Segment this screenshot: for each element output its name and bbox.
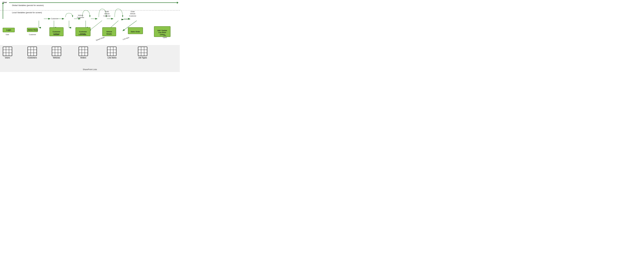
job-types-label: JobTypes xyxy=(162,34,167,39)
customer-curve-label: Customer xyxy=(51,18,58,20)
svg-rect-28 xyxy=(52,47,61,56)
orders-table-label: Orders xyxy=(78,57,88,59)
sales-order-screen[interactable]: Sales Order xyxy=(128,27,143,34)
user-horizontal-arrow xyxy=(9,3,178,3)
svg-rect-33 xyxy=(79,47,88,56)
local-vars-label: Local Variables (persist for screen) xyxy=(12,12,42,14)
customers-table-icon xyxy=(28,47,37,56)
vehicle-below-label: Vehicle xyxy=(53,34,58,35)
line-items-table-label: Line Items xyxy=(105,57,119,59)
job-types-table-label: Job Types xyxy=(136,57,149,59)
vehicles-table-icon xyxy=(52,47,61,56)
user-vertical-arrow xyxy=(3,3,3,19)
svg-rect-23 xyxy=(28,47,37,56)
sharepoint-label: SharePoint Lists xyxy=(83,68,97,71)
login-screen[interactable]: Login xyxy=(3,28,15,32)
order-vehicle-customer-2-label: OrderVehicleCustomer xyxy=(129,11,136,17)
orders-table-icon xyxy=(78,47,88,56)
global-vars-label: Global Variables (persist for session) xyxy=(12,4,44,7)
users-table-label: Users xyxy=(3,57,12,59)
customer-below-label: Customer xyxy=(29,34,36,35)
line-items-table-icon xyxy=(107,47,116,56)
diagram-container: User Global Variables (persist for sessi… xyxy=(0,0,180,72)
users-table-icon xyxy=(3,47,12,56)
add-update-screen[interactable]: Add / Update Line Items (Jobs) xyxy=(154,26,170,37)
job-types-table-icon xyxy=(138,47,148,56)
top-section xyxy=(0,0,180,45)
svg-rect-43 xyxy=(138,47,147,56)
dashed-separator xyxy=(0,10,180,11)
new-order-below-label: New Order xyxy=(78,34,86,35)
svg-rect-38 xyxy=(107,47,116,56)
admin-home-screen[interactable]: Admin Home xyxy=(27,28,38,32)
customers-table-label: Customers xyxy=(28,57,37,59)
vehicles-table-label: Vehicles xyxy=(52,57,61,59)
user-below-label: User xyxy=(6,34,9,35)
vehicle-details-screen[interactable]: Vehicle Details xyxy=(102,27,116,36)
bottom-section xyxy=(0,45,180,72)
order-vehicle-customer-1-label: OrderVehicleCustomer xyxy=(103,11,110,17)
vehicle-customer-label: VehicleCustomer xyxy=(77,14,84,19)
svg-rect-18 xyxy=(3,47,12,56)
